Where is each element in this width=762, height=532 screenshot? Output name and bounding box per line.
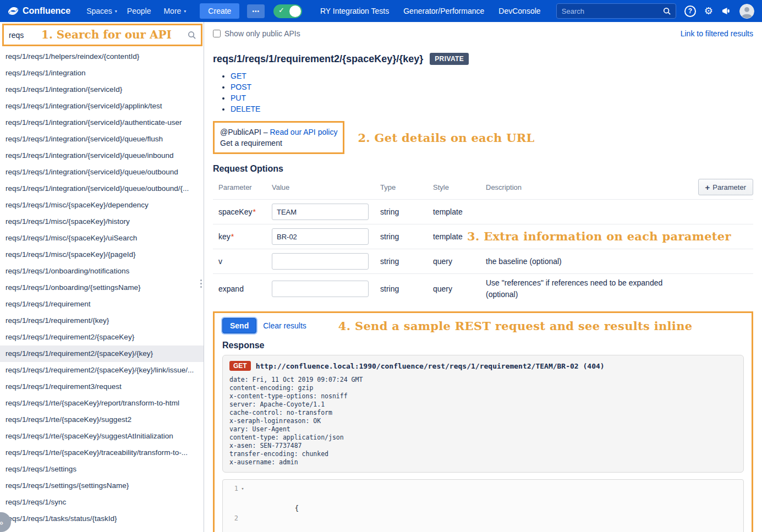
nav-menu-item-label: More <box>163 7 181 15</box>
method-item: GET <box>231 70 753 81</box>
parameter-rows: spaceKey* string template key* string te… <box>213 199 753 304</box>
response-header-line: x-asen: SEN-7737487 <box>229 442 737 450</box>
api-path-item[interactable]: reqs/1/reqs/1/rte/{spaceKey}/traceabilit… <box>0 445 204 461</box>
response-header-line: content-encoding: gzip <box>229 384 737 392</box>
api-path-item[interactable]: reqs/1/reqs/1/settings/{settingsName} <box>0 478 204 494</box>
api-path-item[interactable]: reqs/1/reqs/1/requirement2/{spaceKey}/{k… <box>0 362 204 379</box>
title-row: reqs/1/reqs/1/requirement2/{spaceKey}/{k… <box>213 53 753 65</box>
api-path-item[interactable]: reqs/1/reqs/1/integration/{serviceId}/qu… <box>0 147 204 164</box>
method-list: GETPOSTPUTDELETE <box>231 70 753 114</box>
nav-menu-item-label: Spaces <box>86 7 112 15</box>
main-content: Show only public APIs Link to filtered r… <box>204 22 762 532</box>
nav-link[interactable]: Generator/Performance <box>396 7 491 15</box>
api-path-item[interactable]: reqs/1/reqs/1/rte/{spaceKey}/suggest2 <box>0 412 204 428</box>
required-asterisk: * <box>231 232 234 241</box>
sidebar-resize-handle[interactable] <box>199 279 203 288</box>
api-path-item[interactable]: reqs/1/reqs/1/integration/{serviceId}/qu… <box>0 131 204 147</box>
column-parameter: Parameter <box>218 183 272 191</box>
show-public-apis-checkbox[interactable] <box>213 30 221 37</box>
page-title: reqs/1/reqs/1/requirement2/{spaceKey}/{k… <box>213 53 423 65</box>
api-path-item[interactable]: reqs/1/reqs/1/integration/{serviceId}/au… <box>0 114 204 131</box>
parameter-style: query <box>433 257 486 266</box>
annotation-4: 4. Send a sample REST request and see re… <box>338 319 693 333</box>
api-path-item[interactable]: reqs/1/reqs/1/onboarding/notifications <box>0 263 204 279</box>
api-policy-link[interactable]: Read our API policy <box>270 128 337 136</box>
line-number: 1 <box>225 484 238 513</box>
api-path-item[interactable]: reqs/1/reqs/1/integration <box>0 65 204 81</box>
show-public-apis[interactable]: Show only public APIs <box>213 29 300 38</box>
api-search-input[interactable] <box>9 31 37 40</box>
method-item: PUT <box>231 92 753 103</box>
private-badge: PRIVATE <box>430 53 469 65</box>
search-icon <box>188 31 196 39</box>
api-sidebar: 1. Search for our API reqs/1/reqs/1/help… <box>0 22 204 532</box>
parameter-name: key* <box>218 232 272 241</box>
collapse-caret-icon[interactable]: ▾ <box>238 484 247 513</box>
send-button[interactable]: Send <box>222 318 256 333</box>
table-header-row: Parameter Value Type Style Description +… <box>213 175 753 199</box>
nav-link[interactable]: DevConsole <box>491 7 547 15</box>
api-path-item[interactable]: reqs/1/reqs/1/settings <box>0 461 204 478</box>
api-path-item[interactable]: reqs/1/reqs/1/helpers/reindex/{contentId… <box>0 48 204 65</box>
method-link[interactable]: DELETE <box>231 105 260 113</box>
create-button[interactable]: Create <box>200 3 239 19</box>
api-path-item[interactable]: reqs/1/reqs/1/requirement2/{spaceKey} <box>0 329 204 345</box>
nav-menu-item[interactable]: Spaces ▾ <box>81 7 122 15</box>
clear-results-link[interactable]: Clear results <box>263 321 306 330</box>
api-path-item[interactable]: reqs/1/reqs/1/integration/{serviceId}/qu… <box>0 180 204 197</box>
api-path-item[interactable]: reqs/1/reqs/1/integration/{serviceId}/qu… <box>0 164 204 180</box>
parameter-value-input[interactable] <box>272 253 369 270</box>
api-path-item[interactable]: reqs/1/reqs/1/misc/{spaceKey}/{pageId} <box>0 246 204 263</box>
method-link[interactable]: POST <box>231 83 251 91</box>
response-header-line: x-content-type-options: nosniff <box>229 392 737 401</box>
confluence-logo[interactable]: Confluence <box>8 6 70 17</box>
api-path-item[interactable]: reqs/1/reqs/1/integration/{serviceId}/ap… <box>0 98 204 114</box>
gear-icon[interactable]: ⚙ <box>704 6 713 16</box>
annotation-3: 3. Extra information on each parameter <box>467 229 731 243</box>
api-path-item[interactable]: reqs/1/reqs/1/misc/{spaceKey}/history <box>0 213 204 230</box>
collapse-caret-icon[interactable] <box>238 513 247 532</box>
parameter-value-input[interactable] <box>272 228 369 245</box>
global-search[interactable] <box>556 3 676 19</box>
nav-menu-item[interactable]: More ▾ <box>158 7 191 15</box>
nav-link[interactable]: RY Integration Tests <box>313 7 396 15</box>
public-api-toggle[interactable]: ✓ <box>273 4 302 18</box>
more-actions-button[interactable]: ••• <box>247 4 265 18</box>
public-api-label: @PublicAPI – <box>220 128 270 136</box>
api-path-item[interactable]: reqs/1/reqs/1/requirement2/{spaceKey}/{k… <box>0 345 204 362</box>
show-public-apis-label: Show only public APIs <box>224 29 300 38</box>
api-path-item[interactable]: reqs/1/reqs/1/misc/{spaceKey}/uiSearch <box>0 230 204 246</box>
parameter-value-input[interactable] <box>272 281 369 297</box>
api-path-item[interactable]: reqs/1/reqs/1/integration/{serviceId} <box>0 81 204 98</box>
plus-icon: + <box>705 183 710 192</box>
chevron-down-icon: ▾ <box>184 9 186 14</box>
api-path-item[interactable]: reqs/1/reqs/1/sync <box>0 494 204 511</box>
endpoint-description: Get a requirement <box>220 138 337 149</box>
announcement-icon[interactable] <box>721 6 731 16</box>
avatar[interactable] <box>739 4 754 19</box>
nav-menu-item[interactable]: People <box>122 7 159 15</box>
add-parameter-button[interactable]: + Parameter <box>698 179 753 195</box>
parameter-value-input[interactable] <box>272 204 369 220</box>
annotation-2: 2. Get details on each URL <box>358 131 534 145</box>
global-search-input[interactable] <box>562 7 663 15</box>
method-link[interactable]: PUT <box>231 94 246 102</box>
api-path-item[interactable]: reqs/1/reqs/1/rte/{spaceKey}/report/tran… <box>0 395 204 412</box>
api-path-item[interactable]: reqs/1/reqs/1/tasks/status/{taskId}/page… <box>0 527 204 532</box>
method-item: POST <box>231 81 753 92</box>
response-header-line: content-type: application/json <box>229 434 737 442</box>
method-badge: GET <box>229 361 251 371</box>
api-path-item[interactable]: reqs/1/reqs/1/requirement3/request <box>0 379 204 395</box>
api-path-item[interactable]: reqs/1/reqs/1/requirement/{key} <box>0 312 204 329</box>
api-path-item[interactable]: reqs/1/reqs/1/rte/{spaceKey}/suggestAtIn… <box>0 428 204 445</box>
api-path-item[interactable]: reqs/1/reqs/1/tasks/status/{taskId} <box>0 511 204 527</box>
link-to-filtered-results[interactable]: Link to filtered results <box>681 29 753 38</box>
nav-menu-item-label: People <box>127 7 151 15</box>
api-path-item[interactable]: reqs/1/reqs/1/onboarding/{settingsName} <box>0 279 204 296</box>
api-path-item[interactable]: reqs/1/reqs/1/misc/{spaceKey}/dependency <box>0 197 204 213</box>
parameter-type: string <box>380 257 433 266</box>
parameter-name: spaceKey* <box>218 207 272 216</box>
api-path-item[interactable]: reqs/1/reqs/1/requirement <box>0 296 204 312</box>
help-icon[interactable]: ? <box>684 6 696 17</box>
method-link[interactable]: GET <box>231 72 246 80</box>
